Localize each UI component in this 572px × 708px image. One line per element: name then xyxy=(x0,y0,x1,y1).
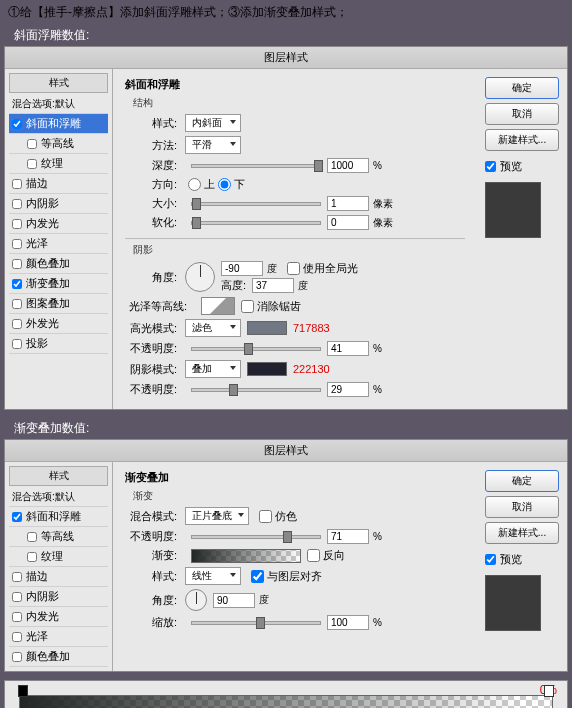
style-stroke-2[interactable]: 描边 xyxy=(9,567,108,587)
stroke-checkbox-2[interactable] xyxy=(12,572,22,582)
blend-options[interactable]: 混合选项:默认 xyxy=(9,95,108,114)
sh-mode-dropdown[interactable]: 叠加 xyxy=(185,360,241,378)
gradient-swatch[interactable] xyxy=(191,549,301,563)
style-inner-glow[interactable]: 内发光 xyxy=(9,214,108,234)
hl-op-slider[interactable] xyxy=(191,347,321,351)
preview-label-2: 预览 xyxy=(500,552,522,567)
blend-options-2[interactable]: 混合选项:默认 xyxy=(9,488,108,507)
grad-blend-dropdown[interactable]: 正片叠底 xyxy=(185,507,249,525)
coverlay-checkbox[interactable] xyxy=(12,259,22,269)
bevel-label-2: 斜面和浮雕 xyxy=(26,509,81,524)
contour-checkbox-2[interactable] xyxy=(27,532,37,542)
soften-input[interactable] xyxy=(327,215,369,230)
sh-op-input[interactable] xyxy=(327,382,369,397)
style-inner-glow-2[interactable]: 内发光 xyxy=(9,607,108,627)
bevel-checkbox[interactable] xyxy=(12,119,22,129)
hl-mode-dropdown[interactable]: 滤色 xyxy=(185,319,241,337)
poverlay-checkbox[interactable] xyxy=(12,299,22,309)
new-style-button[interactable]: 新建样式... xyxy=(485,129,559,151)
global-light-checkbox[interactable] xyxy=(287,262,300,275)
new-style-button-2[interactable]: 新建样式... xyxy=(485,522,559,544)
oglow-checkbox[interactable] xyxy=(12,319,22,329)
style-texture-2[interactable]: 纹理 xyxy=(9,547,108,567)
bevel-style-dropdown[interactable]: 内斜面 xyxy=(185,114,241,132)
grad-angle-dial[interactable] xyxy=(185,589,207,611)
contour-checkbox[interactable] xyxy=(27,139,37,149)
goverlay-checkbox[interactable] xyxy=(12,279,22,289)
grad-scale-input[interactable] xyxy=(327,615,369,630)
style-bevel-2[interactable]: 斜面和浮雕 xyxy=(9,507,108,527)
coverlay-checkbox-2[interactable] xyxy=(12,652,22,662)
stroke-checkbox[interactable] xyxy=(12,179,22,189)
depth-input[interactable] xyxy=(327,158,369,173)
contour-label: 等高线 xyxy=(41,136,74,151)
style-pattern-overlay[interactable]: 图案叠加 xyxy=(9,294,108,314)
ok-button-2[interactable]: 确定 xyxy=(485,470,559,492)
grad-op-slider[interactable] xyxy=(191,535,321,539)
sh-color-swatch[interactable] xyxy=(247,362,287,376)
ishadow-checkbox[interactable] xyxy=(12,199,22,209)
hl-op-input[interactable] xyxy=(327,341,369,356)
opacity-stop-right[interactable] xyxy=(544,685,554,697)
bevel-checkbox-2[interactable] xyxy=(12,512,22,522)
cancel-button[interactable]: 取消 xyxy=(485,103,559,125)
anti-alias-checkbox[interactable] xyxy=(241,300,254,313)
dir-down-radio[interactable] xyxy=(218,178,231,191)
ishadow-checkbox-2[interactable] xyxy=(12,592,22,602)
style-satin[interactable]: 光泽 xyxy=(9,234,108,254)
style-contour[interactable]: 等高线 xyxy=(9,134,108,154)
angle-input[interactable] xyxy=(221,261,263,276)
grad-style-dropdown[interactable]: 线性 xyxy=(185,567,241,585)
style-inner-shadow-2[interactable]: 内阴影 xyxy=(9,587,108,607)
gradient-editor-bar[interactable] xyxy=(19,695,553,708)
grad-sub: 渐变 xyxy=(133,489,465,503)
iglow-label-2: 内发光 xyxy=(26,609,59,624)
size-input[interactable] xyxy=(327,196,369,211)
preview-checkbox-2[interactable] xyxy=(485,554,496,565)
bevel-method-dropdown[interactable]: 平滑 xyxy=(185,136,241,154)
style-stroke[interactable]: 描边 xyxy=(9,174,108,194)
ok-button[interactable]: 确定 xyxy=(485,77,559,99)
size-slider[interactable] xyxy=(191,202,321,206)
soften-slider[interactable] xyxy=(191,221,321,225)
satin-checkbox[interactable] xyxy=(12,239,22,249)
dither-checkbox[interactable] xyxy=(259,510,272,523)
angle-label: 角度: xyxy=(125,270,177,285)
satin-checkbox-2[interactable] xyxy=(12,632,22,642)
style-grad-overlay[interactable]: 渐变叠加 xyxy=(9,274,108,294)
style-color-overlay[interactable]: 颜色叠加 xyxy=(9,254,108,274)
style-drop-shadow[interactable]: 投影 xyxy=(9,334,108,354)
button-column-2: 确定 取消 新建样式... 预览 xyxy=(477,462,567,671)
grad-scale-slider[interactable] xyxy=(191,621,321,625)
hl-color-swatch[interactable] xyxy=(247,321,287,335)
align-checkbox[interactable] xyxy=(251,570,264,583)
texture-checkbox[interactable] xyxy=(27,159,37,169)
depth-unit: % xyxy=(373,160,382,171)
style-inner-shadow[interactable]: 内阴影 xyxy=(9,194,108,214)
grad-op-input[interactable] xyxy=(327,529,369,544)
style-texture[interactable]: 纹理 xyxy=(9,154,108,174)
opacity-stop-left[interactable] xyxy=(18,685,28,697)
preview-checkbox[interactable] xyxy=(485,161,496,172)
grad-angle-input[interactable] xyxy=(213,593,255,608)
sh-op-slider[interactable] xyxy=(191,388,321,392)
dshadow-checkbox[interactable] xyxy=(12,339,22,349)
depth-slider[interactable] xyxy=(191,164,321,168)
texture-checkbox-2[interactable] xyxy=(27,552,37,562)
iglow-checkbox[interactable] xyxy=(12,219,22,229)
dir-up-radio[interactable] xyxy=(188,178,201,191)
style-color-overlay-2[interactable]: 颜色叠加 xyxy=(9,647,108,667)
hl-mode-label: 高光模式: xyxy=(125,321,177,336)
goverlay-label: 渐变叠加 xyxy=(26,276,70,291)
altitude-input[interactable] xyxy=(252,278,294,293)
style-satin-2[interactable]: 光泽 xyxy=(9,627,108,647)
cancel-button-2[interactable]: 取消 xyxy=(485,496,559,518)
style-bevel[interactable]: 斜面和浮雕 xyxy=(9,114,108,134)
style-outer-glow[interactable]: 外发光 xyxy=(9,314,108,334)
gloss-contour-swatch[interactable] xyxy=(201,297,235,315)
style-contour-2[interactable]: 等高线 xyxy=(9,527,108,547)
angle-dial[interactable] xyxy=(185,262,215,292)
grad-op-label: 不透明度: xyxy=(125,529,177,544)
reverse-checkbox[interactable] xyxy=(307,549,320,562)
iglow-checkbox-2[interactable] xyxy=(12,612,22,622)
